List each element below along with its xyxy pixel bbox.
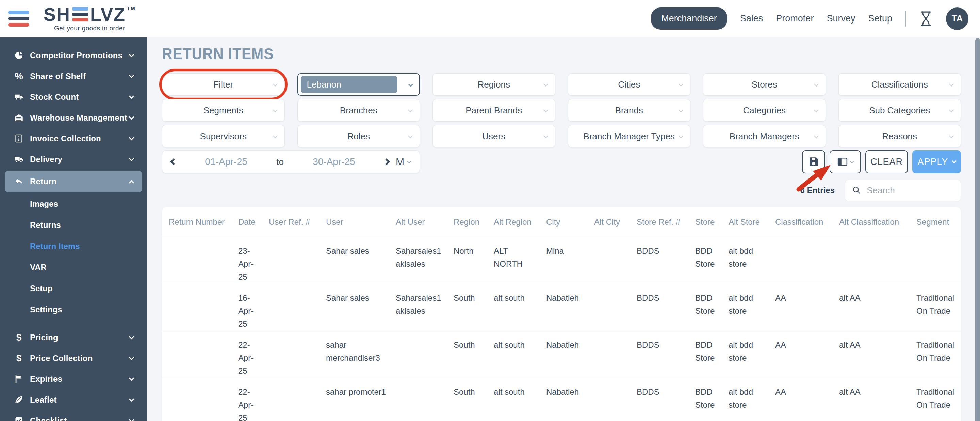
column-header[interactable]: City <box>546 207 594 236</box>
chevron-down-icon <box>679 134 683 138</box>
chevron-down-icon <box>129 73 134 78</box>
cities-dropdown[interactable]: Cities <box>568 73 691 96</box>
shelvz-logo: SH LVZ TM Get your goods in order <box>43 5 136 32</box>
column-header[interactable]: Date <box>238 207 269 236</box>
apply-button[interactable]: APPLY <box>912 150 961 173</box>
sidebar-item-setup[interactable]: Setup <box>0 278 147 299</box>
column-header[interactable]: Store <box>695 207 729 236</box>
parent-brands-dropdown[interactable]: Parent Brands <box>433 99 555 121</box>
nav-sales[interactable]: Sales <box>740 13 763 24</box>
table-row[interactable]: 16-Apr-25 Sahar sales Saharsales1 aklsal… <box>162 283 961 330</box>
column-header[interactable]: Return Number <box>169 207 238 236</box>
sidebar-item-share-of-shelf[interactable]: % Share of Shelf <box>0 66 147 86</box>
column-header[interactable]: Alt Store <box>729 207 775 236</box>
chevron-down-icon <box>543 108 548 112</box>
column-header[interactable]: Alt User <box>396 207 453 236</box>
hamburger-menu-icon[interactable] <box>8 11 29 27</box>
chevron-down-icon <box>129 135 134 140</box>
nav-merchandiser[interactable]: Merchandiser <box>651 8 727 30</box>
column-header[interactable]: Segment <box>916 207 954 236</box>
nav-promoter[interactable]: Promoter <box>776 13 814 24</box>
sidebar-item-checklist[interactable]: Checklist <box>0 410 147 421</box>
date-mode-dropdown[interactable]: M <box>396 156 411 167</box>
roles-dropdown[interactable]: Roles <box>298 125 420 147</box>
sidebar-item-images[interactable]: Images <box>0 193 147 215</box>
categories-dropdown[interactable]: Categories <box>703 99 826 121</box>
sidebar-item-stock-count[interactable]: Stock Count <box>0 86 147 107</box>
table-row[interactable]: 22-Apr-25 sahar merchandiser3 South alt … <box>162 330 961 377</box>
countries-dropdown[interactable]: Lebanon <box>298 73 420 96</box>
sub-categories-dropdown[interactable]: Sub Categories <box>838 99 961 121</box>
filter-grid: Filter Lebanon Regions Cities Stores Cla… <box>162 73 961 147</box>
column-header[interactable]: Alt City <box>594 207 637 236</box>
table-row[interactable]: 22-Apr-25 sahar promoter1 South alt sout… <box>162 377 961 421</box>
chevron-down-icon <box>949 82 954 86</box>
return-arrow-icon <box>14 177 24 186</box>
page-title: RETURN ITEMS <box>162 45 915 63</box>
column-header[interactable]: Region <box>453 207 494 236</box>
chevron-down-icon <box>679 108 683 112</box>
sidebar-item-competitor-promotions[interactable]: Competitor Promotions <box>0 45 147 66</box>
hourglass-icon[interactable] <box>919 11 933 27</box>
chevron-up-icon <box>129 180 134 185</box>
chevron-down-icon <box>814 82 818 86</box>
sidebar-item-pricing[interactable]: $ Pricing <box>0 327 147 348</box>
chevron-down-icon <box>949 108 954 112</box>
nav-survey[interactable]: Survey <box>827 13 855 24</box>
sidebar-item-return[interactable]: Return <box>5 171 142 193</box>
chevron-down-icon <box>408 134 413 138</box>
chevron-down-icon <box>949 134 954 138</box>
sidebar-item-warehouse-management[interactable]: Warehouse Management <box>0 107 147 128</box>
topbar-nav: Merchandiser Sales Promoter Survey Setup… <box>651 8 969 30</box>
vertical-scrollbar[interactable] <box>975 38 980 421</box>
sidebar-item-return-items[interactable]: Return Items <box>0 236 147 257</box>
columns-button[interactable] <box>830 150 861 173</box>
chevron-down-icon <box>543 82 548 86</box>
sidebar-item-price-collection[interactable]: $ Price Collection <box>0 348 147 368</box>
supervisors-dropdown[interactable]: Supervisors <box>162 125 285 147</box>
reasons-dropdown[interactable]: Reasons <box>838 125 961 147</box>
regions-dropdown[interactable]: Regions <box>433 73 555 96</box>
sidebar-item-returns[interactable]: Returns <box>0 215 147 236</box>
search-box[interactable] <box>845 180 961 201</box>
brands-dropdown[interactable]: Brands <box>568 99 691 121</box>
truck-icon <box>14 155 24 164</box>
column-header[interactable]: Alt Classification <box>839 207 916 236</box>
sidebar-item-settings[interactable]: Settings <box>0 299 147 320</box>
sidebar-item-leaflet[interactable]: Leaflet <box>0 389 147 410</box>
date-start[interactable]: 01-Apr-25 <box>176 156 276 167</box>
sidebar-item-expiries[interactable]: Expiries <box>0 368 147 389</box>
user-avatar[interactable]: TA <box>946 8 969 30</box>
chevron-down-icon <box>408 82 413 87</box>
stores-dropdown[interactable]: Stores <box>703 73 826 96</box>
clear-button[interactable]: CLEAR <box>865 150 908 173</box>
classifications-dropdown[interactable]: Classifications <box>838 73 961 96</box>
branch-manager-types-dropdown[interactable]: Branch Manager Types <box>568 125 691 147</box>
column-header[interactable]: Alt Region <box>494 207 546 236</box>
column-header[interactable]: User <box>326 207 396 236</box>
filter-dropdown[interactable]: Filter <box>162 73 285 96</box>
column-header[interactable]: User Ref. # <box>269 207 326 236</box>
chevron-down-icon <box>679 82 683 86</box>
sidebar-item-var[interactable]: VAR <box>0 257 147 278</box>
chevron-right-icon[interactable] <box>383 158 390 165</box>
main-content: RETURN ITEMS Filter Lebanon Regions Citi… <box>147 37 980 421</box>
chevron-down-icon <box>814 134 818 138</box>
column-header[interactable]: Store Ref. # <box>637 207 695 236</box>
sidebar: Competitor Promotions % Share of Shelf S… <box>0 37 147 421</box>
branch-managers-dropdown[interactable]: Branch Managers <box>703 125 826 147</box>
date-end[interactable]: 30-Apr-25 <box>284 156 384 167</box>
sidebar-item-delivery[interactable]: Delivery <box>0 149 147 170</box>
save-filter-button[interactable] <box>802 150 825 173</box>
chevron-down-icon <box>129 396 134 402</box>
chevron-down-icon <box>272 134 277 138</box>
segments-dropdown[interactable]: Segments <box>162 99 285 121</box>
search-input[interactable] <box>867 185 954 196</box>
column-header[interactable]: Classification <box>775 207 839 236</box>
users-dropdown[interactable]: Users <box>433 125 555 147</box>
branches-dropdown[interactable]: Branches <box>298 99 420 121</box>
nav-setup[interactable]: Setup <box>868 13 892 24</box>
table-row[interactable]: 23-Apr-25 Sahar sales Saharsales1 aklsal… <box>162 236 961 283</box>
chevron-down-icon <box>129 52 134 57</box>
sidebar-item-invoice-collection[interactable]: Invoice Collection <box>0 128 147 149</box>
